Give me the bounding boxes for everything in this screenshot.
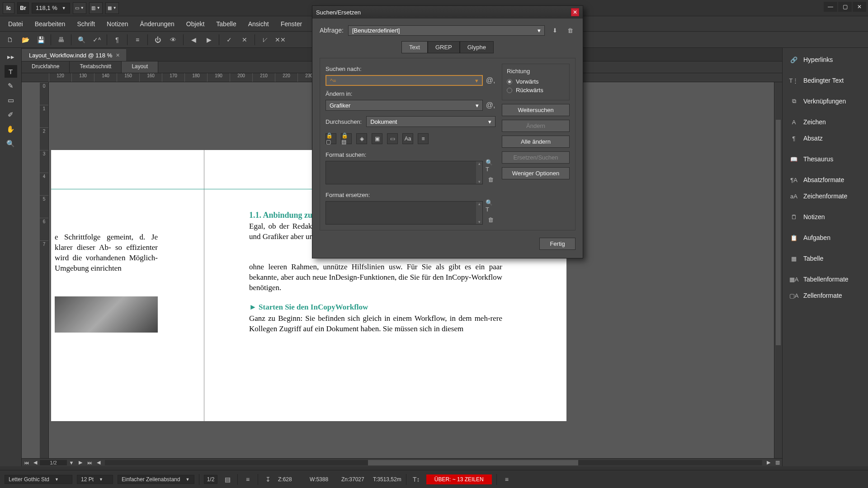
panel-thesaurus[interactable]: 📖Thesaurus <box>783 151 868 167</box>
menu-aenderungen[interactable]: Änderungen <box>135 18 180 30</box>
direction-forward-radio[interactable]: Vorwärts <box>507 78 565 85</box>
preview-icon[interactable]: 👁 <box>168 34 179 45</box>
galley-icon[interactable]: ▤ <box>222 474 233 485</box>
next-page-button[interactable]: ▶ <box>76 460 85 465</box>
hscroll-right[interactable]: ▶ <box>764 460 773 465</box>
new-doc-icon[interactable]: 🗋 <box>5 34 15 45</box>
zoom-level-combo[interactable]: 118,1 % ▼ <box>32 3 70 14</box>
vertical-scrollbar[interactable] <box>774 82 782 458</box>
copyfit-icon[interactable]: T↕ <box>411 474 422 485</box>
change-find-button[interactable]: Ersetzen/Suchen <box>502 151 570 164</box>
view-tab-textabschnitt[interactable]: Textabschnitt <box>70 61 122 73</box>
query-combo[interactable]: [Benutzerdefiniert] ▾ <box>348 25 545 36</box>
hidden-chars-icon[interactable]: ¶ <box>112 34 123 45</box>
find-format-box[interactable]: ▴▾ <box>326 161 483 184</box>
panel-paragraph[interactable]: ¶Absatz <box>783 130 868 146</box>
specify-find-format-icon[interactable]: 🔍T <box>486 161 495 171</box>
include-hidden-layers-icon[interactable]: ◈ <box>356 133 367 144</box>
clear-find-format-icon[interactable]: 🗑 <box>486 174 495 184</box>
eyedropper-tool[interactable]: ✐ <box>5 108 17 121</box>
scope-combo[interactable]: Dokument ▾ <box>366 116 495 127</box>
status-menu-icon[interactable]: ≡ <box>501 474 512 485</box>
horizontal-scrollbar[interactable] <box>105 460 762 465</box>
tab-text[interactable]: Text <box>401 41 428 53</box>
include-locked-stories-icon[interactable]: 🔒▤ <box>341 133 352 144</box>
page-caret[interactable]: ▼ <box>67 460 76 465</box>
find-input[interactable]: ^= ▾ <box>326 75 483 86</box>
hand-tool[interactable]: ✋ <box>5 123 17 136</box>
whole-word-icon[interactable]: ≡ <box>418 133 429 144</box>
page-indicator[interactable]: 1/2 <box>204 475 217 484</box>
panel-hyperlinks[interactable]: 🔗Hyperlinks <box>783 52 868 68</box>
window-minimize-button[interactable]: — <box>824 2 837 12</box>
document-tab[interactable]: Layout_Workflow.indd @ 118 % ✕ <box>22 49 126 61</box>
find-icon[interactable]: 🔍 <box>76 34 87 45</box>
panel-conditional-text[interactable]: T⋮Bedingter Text <box>783 72 868 89</box>
bullet-heading[interactable]: ► Starten Sie den InCopyWorkflow <box>249 303 368 312</box>
close-tab-icon[interactable]: ✕ <box>116 52 120 58</box>
hscroll-left[interactable]: ◀ <box>94 460 103 465</box>
accept-all-icon[interactable]: ⩗ <box>259 34 270 45</box>
position-tool[interactable]: ▭ <box>5 94 17 107</box>
include-footnotes-icon[interactable]: ▭ <box>387 133 398 144</box>
include-master-pages-icon[interactable]: ▣ <box>372 133 382 144</box>
panel-links[interactable]: ⧉Verknüpfungen <box>783 93 868 109</box>
change-button[interactable]: Ändern <box>502 120 570 132</box>
menu-ansicht[interactable]: Ansicht <box>243 18 274 30</box>
save-icon[interactable]: 💾 <box>35 34 46 45</box>
print-icon[interactable]: 🖶 <box>56 34 66 45</box>
dialog-close-button[interactable]: ✕ <box>571 8 579 16</box>
panel-paragraph-styles[interactable]: ¶AAbsatzformate <box>783 172 868 188</box>
screen-mode-button-1[interactable]: ▭▼ <box>73 2 86 14</box>
view-tab-druckfahne[interactable]: Druckfahne <box>22 61 70 73</box>
change-all-button[interactable]: Alle ändern <box>502 136 570 148</box>
bridge-button[interactable]: Br <box>17 2 29 14</box>
menu-datei[interactable]: Datei <box>3 18 28 30</box>
collapse-tool-icon[interactable]: ▸▸ <box>5 51 17 63</box>
tab-grep[interactable]: GREP <box>428 41 460 53</box>
clear-replace-format-icon[interactable]: 🗑 <box>486 215 495 225</box>
include-locked-layers-icon[interactable]: 🔒▢ <box>326 133 336 144</box>
panel-character-styles[interactable]: aAZeichenformate <box>783 188 868 204</box>
fewer-options-button[interactable]: Weniger Optionen <box>502 167 570 179</box>
panel-assignments[interactable]: 📋Aufgaben <box>783 230 868 246</box>
menu-notizen[interactable]: Notizen <box>101 18 133 30</box>
leading-combo[interactable]: Einfacher Zeilenabstand▼ <box>118 475 194 484</box>
find-special-char-button[interactable]: @, <box>486 76 495 84</box>
prev-icon[interactable]: ◀ <box>188 34 199 45</box>
replace-special-char-button[interactable]: @, <box>486 101 495 109</box>
next-icon[interactable]: ▶ <box>203 34 214 45</box>
font-family-combo[interactable]: Letter Gothic Std▼ <box>5 475 72 484</box>
menu-schrift[interactable]: Schrift <box>71 18 100 30</box>
open-icon[interactable]: 📂 <box>20 34 31 45</box>
zoom-tool[interactable]: 🔍 <box>5 137 17 150</box>
panel-table[interactable]: ▦Tabelle <box>783 250 868 267</box>
specify-replace-format-icon[interactable]: 🔍T <box>486 201 495 211</box>
placed-image[interactable] <box>55 296 158 333</box>
split-view-button[interactable]: ▥ <box>773 460 782 465</box>
case-sensitive-icon[interactable]: Aa <box>402 133 413 144</box>
menu-fenster[interactable]: Fenster <box>275 18 307 30</box>
panel-table-styles[interactable]: ▦ATabellenformate <box>783 271 868 287</box>
arrange-button[interactable]: ▦▼ <box>105 2 119 14</box>
panel-notes[interactable]: 🗒Notizen <box>783 209 868 225</box>
reject-all-icon[interactable]: ✕✕ <box>275 34 286 45</box>
stats-menu-icon[interactable]: ≡ <box>242 474 253 485</box>
font-size-combo[interactable]: 12 Pt▼ <box>77 475 113 484</box>
last-page-button[interactable]: ⏭ <box>85 460 94 465</box>
window-maximize-button[interactable]: ▢ <box>838 2 852 12</box>
depth-ruler-icon[interactable]: ↧ <box>263 474 274 485</box>
tab-glyphe[interactable]: Glyphe <box>460 41 494 53</box>
menu-tabelle[interactable]: Tabelle <box>211 18 241 30</box>
type-tool[interactable]: T <box>5 65 17 78</box>
note-tool[interactable]: ✎ <box>5 80 17 92</box>
page-number-field[interactable]: 1/2 <box>40 460 67 465</box>
direction-backward-radio[interactable]: Rückwärts <box>507 87 565 94</box>
replace-input[interactable]: Grafiker ▾ <box>326 100 483 111</box>
dialog-titlebar[interactable]: Suchen/Ersetzen ✕ <box>312 6 583 19</box>
menu-bearbeiten[interactable]: Bearbeiten <box>29 18 71 30</box>
scroll-thumb[interactable] <box>776 120 781 345</box>
checkout-icon[interactable]: ⏻ <box>152 34 163 45</box>
text-column-left[interactable]: e Schrittfolge gemeint, d. Je klarer die… <box>55 232 158 274</box>
menu-objekt[interactable]: Objekt <box>181 18 210 30</box>
